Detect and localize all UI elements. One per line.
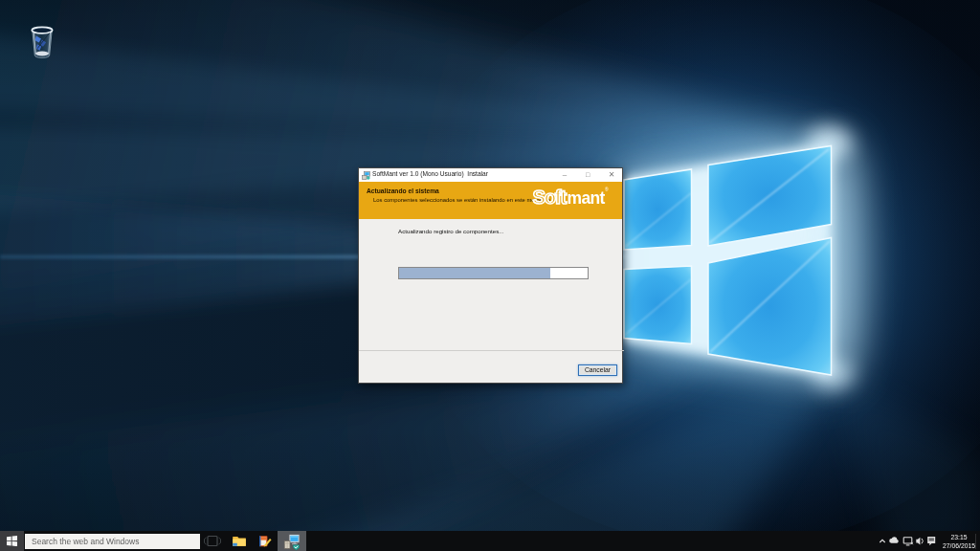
svg-text:®: ® [605,187,609,192]
svg-text:Soft: Soft [532,187,567,208]
svg-text:mant: mant [568,188,606,208]
